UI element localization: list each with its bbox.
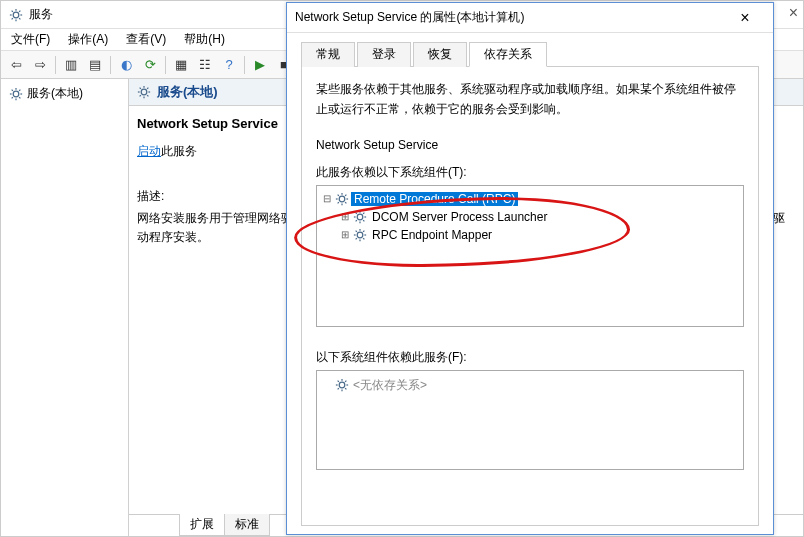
tab-general[interactable]: 常规 xyxy=(301,42,355,67)
dialog-titlebar[interactable]: Network Setup Service 的属性(本地计算机) × xyxy=(287,3,773,33)
tab-extended[interactable]: 扩展 xyxy=(179,514,225,536)
help2-button[interactable]: ? xyxy=(218,54,240,76)
properties-button[interactable]: ☷ xyxy=(194,54,216,76)
start-svc-button[interactable]: ▶ xyxy=(249,54,271,76)
tab-dependencies[interactable]: 依存关系 xyxy=(469,42,547,67)
center-header-text: 服务(本地) xyxy=(157,83,218,101)
dialog-close-button[interactable]: × xyxy=(725,4,765,32)
gear-icon xyxy=(137,85,151,99)
tree-root-services[interactable]: 服务(本地) xyxy=(5,83,124,104)
tree-item-dcom[interactable]: ⊞ DCOM Server Process Launcher xyxy=(321,208,739,226)
gear-icon xyxy=(335,192,349,206)
depends-on-label: 此服务依赖以下系统组件(T): xyxy=(316,164,744,181)
tab-logon[interactable]: 登录 xyxy=(357,42,411,67)
tree-root-label: 服务(本地) xyxy=(27,85,83,102)
tree-item-label: Remote Procedure Call (RPC) xyxy=(351,192,518,206)
dialog-tabs: 常规 登录 恢复 依存关系 xyxy=(287,33,773,66)
services-icon xyxy=(9,8,23,22)
expand-icon[interactable]: ⊞ xyxy=(339,229,351,240)
tree-item-label: RPC Endpoint Mapper xyxy=(369,228,495,242)
depends-on-tree[interactable]: ⊟ Remote Procedure Call (RPC) ⊞ DCOM Ser… xyxy=(316,185,744,327)
show-hide-tree-button[interactable]: ▥ xyxy=(60,54,82,76)
help-button[interactable]: ◐ xyxy=(115,54,137,76)
dialog-content: 某些服务依赖于其他服务、系统驱动程序或加载顺序组。如果某个系统组件被停止或运行不… xyxy=(301,66,759,526)
depended-by-label: 以下系统组件依赖此服务(F): xyxy=(316,349,744,366)
left-tree-pane: 服务(本地) xyxy=(1,79,129,536)
tab-recovery[interactable]: 恢复 xyxy=(413,42,467,67)
tree-item-rpcendpoint[interactable]: ⊞ RPC Endpoint Mapper xyxy=(321,226,739,244)
back-button[interactable]: ⇦ xyxy=(5,54,27,76)
gear-icon xyxy=(335,378,349,392)
depended-by-tree[interactable]: <无依存关系> xyxy=(316,370,744,470)
dialog-service-name: Network Setup Service xyxy=(316,138,744,152)
no-dependency-item: <无依存关系> xyxy=(323,377,737,394)
gear-icon xyxy=(353,228,367,242)
menu-help[interactable]: 帮助(H) xyxy=(180,29,229,50)
gear-icon xyxy=(9,87,23,101)
start-service-link[interactable]: 启动 xyxy=(137,144,161,158)
tab-standard[interactable]: 标准 xyxy=(224,514,270,536)
main-title-text: 服务 xyxy=(29,6,53,23)
details-button[interactable]: ▤ xyxy=(84,54,106,76)
dialog-title-text: Network Setup Service 的属性(本地计算机) xyxy=(295,9,524,26)
start-suffix: 此服务 xyxy=(161,144,197,158)
tree-item-label: DCOM Server Process Launcher xyxy=(369,210,550,224)
tree-item-rpc[interactable]: ⊟ Remote Procedure Call (RPC) xyxy=(321,190,739,208)
menu-action[interactable]: 操作(A) xyxy=(64,29,112,50)
no-dependency-label: <无依存关系> xyxy=(353,377,427,394)
properties-dialog: Network Setup Service 的属性(本地计算机) × 常规 登录… xyxy=(286,2,774,535)
menu-view[interactable]: 查看(V) xyxy=(122,29,170,50)
export-button[interactable]: ▦ xyxy=(170,54,192,76)
dependency-info-text: 某些服务依赖于其他服务、系统驱动程序或加载顺序组。如果某个系统组件被停止或运行不… xyxy=(316,79,744,120)
forward-button[interactable]: ⇨ xyxy=(29,54,51,76)
gear-icon xyxy=(353,210,367,224)
expand-icon[interactable]: ⊞ xyxy=(339,211,351,222)
refresh-button[interactable]: ⟳ xyxy=(139,54,161,76)
menu-file[interactable]: 文件(F) xyxy=(7,29,54,50)
collapse-icon[interactable]: ⊟ xyxy=(321,193,333,204)
